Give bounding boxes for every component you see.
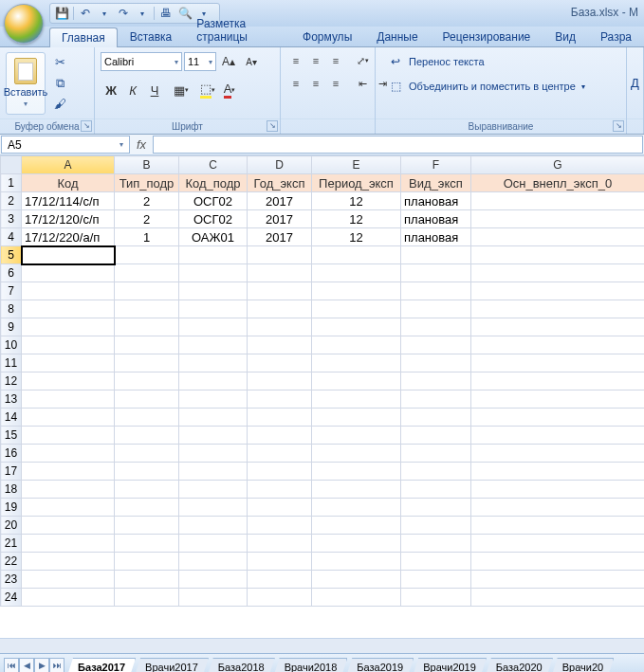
cell[interactable] — [471, 210, 645, 228]
cell[interactable] — [471, 481, 645, 499]
cell[interactable] — [179, 571, 248, 589]
cell[interactable] — [115, 336, 179, 354]
cell[interactable] — [22, 553, 115, 571]
header-cell[interactable]: Тип_подр — [115, 174, 179, 192]
cell[interactable] — [22, 246, 115, 264]
cell[interactable] — [22, 372, 115, 390]
sheet-tab[interactable]: База2020 — [486, 658, 553, 672]
cell[interactable] — [179, 264, 248, 282]
cell[interactable] — [115, 372, 179, 390]
cell[interactable] — [471, 246, 645, 264]
row-header[interactable]: 13 — [1, 390, 22, 409]
cell[interactable] — [22, 445, 115, 463]
cell[interactable] — [22, 499, 115, 517]
cell[interactable] — [22, 282, 115, 300]
cell[interactable] — [401, 264, 471, 282]
cell[interactable] — [22, 300, 115, 318]
cell[interactable] — [248, 535, 312, 553]
ribbon-tab-главная[interactable]: Главная — [49, 27, 118, 47]
cell[interactable] — [179, 535, 248, 553]
cell[interactable] — [248, 589, 312, 607]
first-sheet-icon[interactable]: ⏮ — [4, 658, 19, 673]
cell[interactable] — [248, 300, 312, 318]
cell[interactable] — [248, 264, 312, 282]
cell[interactable] — [22, 409, 115, 427]
cell[interactable] — [401, 318, 471, 336]
cell[interactable] — [312, 517, 401, 535]
sheet-tab[interactable]: Врачи2017 — [135, 658, 209, 672]
cell[interactable] — [179, 553, 248, 571]
font-size-combo[interactable]: 11▾ — [184, 52, 216, 71]
align-top-icon[interactable]: ≡ — [286, 51, 305, 70]
cell[interactable] — [312, 354, 401, 372]
decrease-indent-icon[interactable]: ⇤ — [353, 74, 372, 93]
cell[interactable] — [471, 463, 645, 481]
underline-button[interactable]: Ч — [144, 80, 165, 100]
cell[interactable] — [22, 571, 115, 589]
cell[interactable] — [115, 318, 179, 336]
wrap-text-button[interactable]: ↩ Перенос текста — [381, 51, 491, 72]
cell[interactable] — [471, 318, 645, 336]
cell[interactable] — [115, 517, 179, 535]
fx-icon[interactable]: fx — [131, 135, 152, 155]
column-header-A[interactable]: A — [22, 156, 115, 174]
cell[interactable] — [179, 445, 248, 463]
cell[interactable] — [115, 282, 179, 300]
cell[interactable] — [471, 282, 645, 300]
cell[interactable] — [401, 589, 471, 607]
cell[interactable] — [179, 372, 248, 390]
ribbon-tab-вставка[interactable]: Вставка — [118, 27, 185, 46]
cell[interactable] — [115, 499, 179, 517]
ribbon-tab-разра[interactable]: Разра — [588, 27, 644, 46]
row-header[interactable]: 18 — [1, 481, 22, 499]
cell[interactable] — [401, 427, 471, 445]
row-header[interactable]: 14 — [1, 409, 22, 427]
fill-color-icon[interactable]: ⬚▾ — [197, 80, 218, 100]
cell[interactable] — [179, 589, 248, 607]
header-cell[interactable]: Год_эксп — [248, 174, 312, 192]
dialog-launcher-icon[interactable]: ↘ — [267, 120, 278, 132]
cell[interactable] — [312, 282, 401, 300]
align-center-icon[interactable]: ≡ — [306, 74, 325, 93]
prev-sheet-icon[interactable]: ◀ — [19, 658, 34, 673]
row-header[interactable]: 12 — [1, 372, 22, 390]
horizontal-scrollbar[interactable] — [0, 638, 644, 653]
bold-button[interactable]: Ж — [101, 80, 121, 100]
cell[interactable] — [179, 481, 248, 499]
cell[interactable] — [179, 427, 248, 445]
cell[interactable] — [248, 571, 312, 589]
cell[interactable]: 1 — [115, 228, 179, 246]
cell[interactable] — [471, 517, 645, 535]
quick-print-icon[interactable]: 🖶 — [158, 6, 174, 21]
cell[interactable] — [248, 354, 312, 372]
cell[interactable] — [312, 336, 401, 354]
redo-icon[interactable]: ↷ — [116, 6, 131, 21]
row-header[interactable]: 6 — [1, 264, 22, 282]
cell[interactable] — [179, 354, 248, 372]
ribbon-tab-вид[interactable]: Вид — [543, 27, 588, 46]
row-header[interactable]: 1 — [1, 174, 22, 192]
copy-icon[interactable]: ⧉ — [49, 74, 70, 93]
border-icon[interactable]: ▦▾ — [171, 80, 192, 100]
cell[interactable] — [312, 535, 401, 553]
row-header[interactable]: 2 — [1, 192, 22, 210]
dropdown-icon[interactable]: ▾ — [135, 6, 150, 21]
cell[interactable]: ОСГ02 — [179, 192, 248, 210]
cell[interactable] — [248, 463, 312, 481]
cell[interactable]: ОСГ02 — [179, 210, 248, 228]
cell[interactable] — [22, 390, 115, 409]
cell[interactable] — [401, 481, 471, 499]
cell[interactable] — [471, 390, 645, 409]
cell[interactable] — [471, 192, 645, 210]
row-header[interactable]: 24 — [1, 589, 22, 607]
formula-input[interactable] — [153, 136, 643, 154]
row-header[interactable]: 16 — [1, 445, 22, 463]
cell[interactable] — [115, 463, 179, 481]
cell[interactable]: 2 — [115, 210, 179, 228]
row-header[interactable]: 3 — [1, 210, 22, 228]
cell[interactable] — [248, 336, 312, 354]
cell[interactable] — [248, 553, 312, 571]
cell[interactable] — [401, 390, 471, 409]
row-header[interactable]: 21 — [1, 535, 22, 553]
cell[interactable] — [471, 553, 645, 571]
